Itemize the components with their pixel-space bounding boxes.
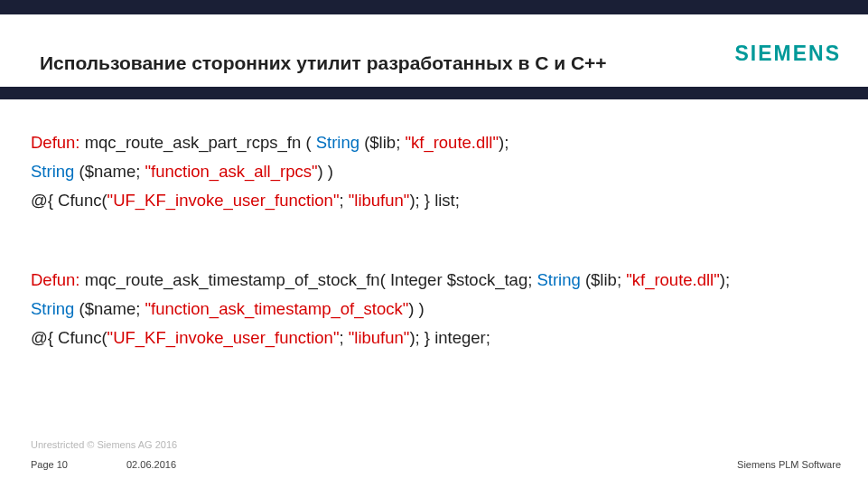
code-text: ($lib;: [359, 133, 405, 152]
footer-copyright: Unrestricted © Siemens AG 2016: [31, 439, 177, 450]
sep-bar: [0, 87, 868, 99]
string-literal: "function_ask_timestamp_of_stock": [145, 299, 408, 318]
string-literal: "libufun": [349, 328, 410, 347]
string-literal: "UF_KF_invoke_user_function": [107, 328, 340, 347]
keyword-type: String: [31, 299, 74, 318]
code-line: String ($name; "function_ask_timestamp_o…: [31, 295, 839, 324]
code-text: );: [720, 270, 730, 289]
slide: Использование сторонних утилит разработа…: [0, 0, 868, 488]
spacer: [31, 215, 839, 266]
code-text: );: [499, 133, 509, 152]
keyword-type: String: [316, 133, 359, 152]
footer-page: Page 10: [31, 459, 68, 470]
keyword-defun: Defun:: [31, 270, 80, 289]
string-literal: "libufun": [349, 191, 410, 210]
string-literal: "UF_KF_invoke_user_function": [107, 191, 340, 210]
keyword-type: String: [537, 270, 580, 289]
code-line: Defun: mqc_route_ask_part_rcps_fn ( Stri…: [31, 128, 839, 157]
code-line: String ($name; "function_ask_all_rpcs") …: [31, 157, 839, 186]
code-body: Defun: mqc_route_ask_part_rcps_fn ( Stri…: [31, 128, 839, 352]
string-literal: "kf_route.dll": [626, 270, 720, 289]
code-text: ;: [339, 191, 348, 210]
code-text: ) ): [408, 299, 424, 318]
slide-title: Использование сторонних утилит разработа…: [40, 52, 607, 74]
siemens-logo: SIEMENS: [734, 42, 841, 66]
code-line: @{ Cfunc("UF_KF_invoke_user_function"; "…: [31, 324, 839, 352]
code-text: mqc_route_ask_timestamp_of_stock_fn( Int…: [80, 270, 537, 289]
footer-brand: Siemens PLM Software: [737, 459, 841, 470]
code-text: ); } integer;: [409, 328, 490, 347]
code-text: ;: [339, 328, 348, 347]
string-literal: "kf_route.dll": [405, 133, 499, 152]
string-literal: "function_ask_all_rpcs": [145, 162, 317, 181]
code-text: mqc_route_ask_part_rcps_fn (: [80, 133, 316, 152]
code-text: ($lib;: [581, 270, 626, 289]
code-text: @{ Cfunc(: [31, 191, 107, 210]
keyword-type: String: [31, 162, 74, 181]
footer-date: 02.06.2016: [126, 459, 176, 470]
code-text: ($name;: [74, 162, 145, 181]
code-line: Defun: mqc_route_ask_timestamp_of_stock_…: [31, 266, 839, 295]
code-text: ); } list;: [409, 191, 460, 210]
code-text: ) ): [318, 162, 333, 181]
top-bar: [0, 0, 868, 14]
code-text: ($name;: [74, 299, 145, 318]
code-text: @{ Cfunc(: [31, 328, 107, 347]
code-line: @{ Cfunc("UF_KF_invoke_user_function"; "…: [31, 186, 839, 215]
keyword-defun: Defun:: [31, 133, 80, 152]
